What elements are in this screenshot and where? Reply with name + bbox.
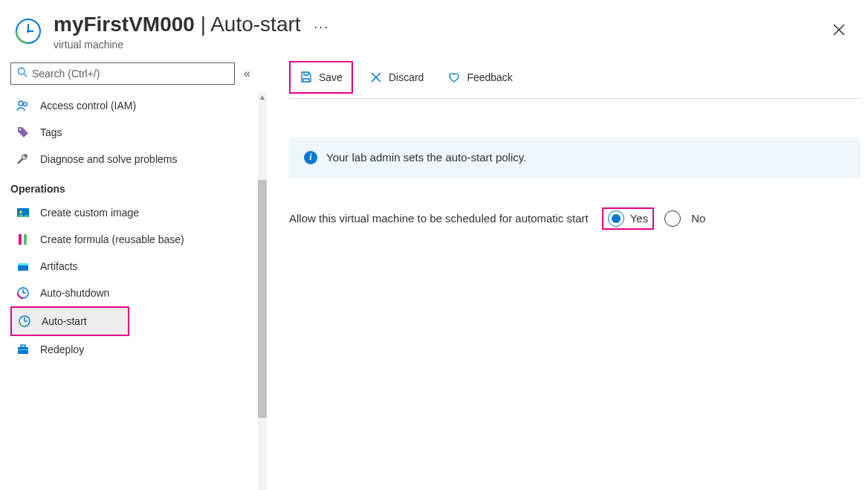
sidebar-section-operations: Operations — [10, 173, 271, 199]
sidebar-item-label: Auto-start — [42, 315, 87, 327]
collapse-sidebar-button[interactable]: « — [244, 67, 250, 80]
toolbar: Save Discard Feedback — [289, 57, 861, 99]
svg-point-6 — [19, 101, 23, 106]
save-label: Save — [319, 71, 343, 83]
sidebar-item-auto-shutdown[interactable]: Auto-shutdown — [10, 280, 255, 306]
svg-point-7 — [24, 102, 27, 106]
svg-rect-22 — [21, 345, 25, 347]
svg-rect-23 — [18, 349, 28, 350]
svg-rect-21 — [18, 347, 28, 354]
clock-red-icon — [16, 286, 30, 300]
sidebar-item-label: Create custom image — [40, 207, 139, 219]
sidebar-item-artifacts[interactable]: Artifacts — [10, 253, 255, 280]
clock-icon — [13, 16, 43, 46]
scrollbar[interactable]: ▲ — [258, 92, 267, 490]
svg-rect-12 — [24, 234, 27, 245]
sidebar-item-redeploy[interactable]: Redeploy — [10, 336, 255, 363]
info-banner: i Your lab admin sets the auto-start pol… — [289, 138, 861, 178]
svg-line-5 — [24, 74, 27, 77]
discard-icon — [369, 71, 383, 84]
svg-rect-14 — [18, 263, 28, 265]
svg-point-4 — [18, 68, 25, 74]
heart-icon — [447, 71, 461, 84]
search-icon — [17, 67, 27, 80]
sidebar: « Access control (IAM) Tags — [0, 57, 271, 490]
svg-point-8 — [19, 128, 21, 129]
info-text: Your lab admin sets the auto-start polic… — [326, 151, 526, 164]
page-title: myFirstVM000 | Auto-start ··· — [54, 12, 817, 37]
radio-yes[interactable] — [608, 210, 624, 227]
auto-start-radio-group: Yes No — [602, 207, 706, 230]
sidebar-item-label: Auto-shutdown — [40, 287, 109, 299]
radio-no-label: No — [691, 212, 705, 225]
sidebar-item-create-formula[interactable]: Create formula (reusable base) — [10, 226, 255, 253]
people-icon — [16, 99, 30, 112]
sidebar-item-diagnose[interactable]: Diagnose and solve problems — [10, 146, 255, 173]
sidebar-item-label: Access control (IAM) — [40, 100, 136, 112]
package-icon — [16, 259, 30, 273]
scrollbar-thumb[interactable] — [258, 180, 267, 418]
sidebar-item-label: Artifacts — [40, 260, 78, 272]
close-button[interactable] — [828, 19, 850, 43]
scroll-up-icon[interactable]: ▲ — [258, 92, 267, 103]
search-box[interactable] — [10, 62, 235, 85]
svg-rect-11 — [19, 234, 22, 245]
sidebar-item-tags[interactable]: Tags — [10, 119, 255, 146]
feedback-button[interactable]: Feedback — [440, 64, 519, 91]
setting-label: Allow this virtual machine to be schedul… — [289, 212, 589, 225]
main-content: Save Discard Feedback i — [271, 57, 868, 490]
more-button[interactable]: ··· — [306, 16, 337, 37]
sidebar-item-label: Tags — [40, 126, 62, 138]
sidebar-item-access-control[interactable]: Access control (IAM) — [10, 92, 255, 119]
discard-button[interactable]: Discard — [362, 64, 431, 91]
page-header: myFirstVM000 | Auto-start ··· virtual ma… — [0, 0, 868, 57]
sidebar-item-label: Create formula (reusable base) — [40, 233, 184, 245]
radio-no[interactable] — [664, 210, 681, 227]
discard-label: Discard — [389, 71, 424, 83]
sidebar-item-label: Diagnose and solve problems — [40, 153, 177, 165]
sidebar-item-auto-start[interactable]: Auto-start — [12, 308, 128, 335]
page-subtitle: virtual machine — [54, 39, 817, 51]
tag-icon — [16, 126, 30, 139]
save-button[interactable]: Save — [292, 64, 350, 91]
image-icon — [16, 206, 30, 219]
flask-icon — [16, 233, 30, 246]
feedback-label: Feedback — [467, 71, 512, 83]
svg-point-10 — [19, 210, 22, 213]
sidebar-item-label: Redeploy — [40, 344, 84, 355]
wrench-icon — [16, 152, 30, 166]
briefcase-icon — [16, 343, 30, 356]
auto-start-setting: Allow this virtual machine to be schedul… — [289, 207, 861, 230]
search-input[interactable] — [32, 68, 228, 80]
info-icon: i — [304, 151, 317, 164]
radio-yes-label: Yes — [630, 212, 648, 225]
save-icon — [299, 71, 313, 84]
sidebar-item-create-image[interactable]: Create custom image — [10, 199, 255, 226]
clock-blue-icon — [18, 315, 31, 328]
